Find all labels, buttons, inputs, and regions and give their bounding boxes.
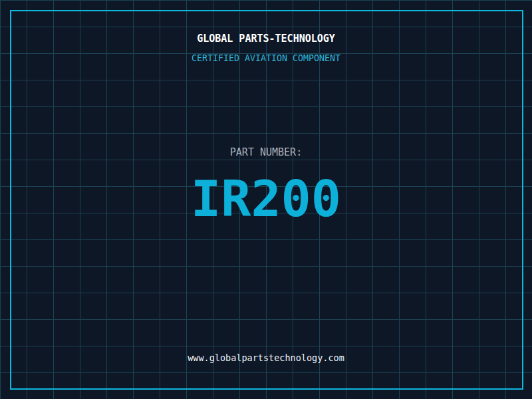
blueprint-grid-background: GLOBAL PARTS-TECHNOLOGY CERTIFIED AVIATI… [0, 0, 532, 399]
part-number-value: IR200 [0, 174, 532, 224]
website-url: www.globalpartstechnology.com [0, 353, 532, 363]
part-number-label: PART NUMBER: [0, 147, 532, 158]
certification-tagline: CERTIFIED AVIATION COMPONENT [0, 54, 532, 63]
company-name: GLOBAL PARTS-TECHNOLOGY [0, 33, 532, 44]
